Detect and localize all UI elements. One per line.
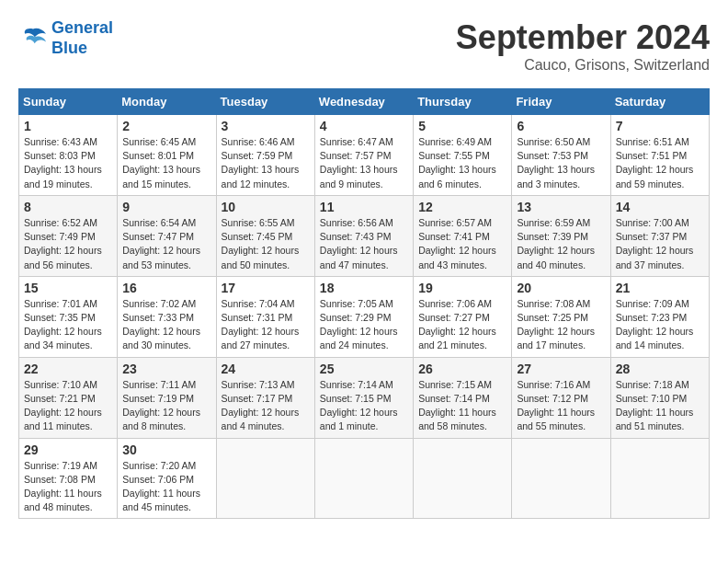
day-detail: Sunrise: 6:47 AM Sunset: 7:57 PM Dayligh…: [320, 135, 408, 191]
week-row-2: 8Sunrise: 6:52 AM Sunset: 7:49 PM Daylig…: [19, 195, 710, 276]
day-number: 3: [222, 119, 310, 133]
calendar-cell: 24Sunrise: 7:13 AM Sunset: 7:17 PM Dayli…: [216, 357, 314, 438]
calendar-cell: 27Sunrise: 7:16 AM Sunset: 7:12 PM Dayli…: [512, 357, 610, 438]
calendar-cell: 3Sunrise: 6:46 AM Sunset: 7:59 PM Daylig…: [216, 115, 314, 196]
calendar-cell: 25Sunrise: 7:14 AM Sunset: 7:15 PM Dayli…: [314, 357, 413, 438]
day-detail: Sunrise: 7:19 AM Sunset: 7:08 PM Dayligh…: [24, 459, 112, 515]
day-number: 7: [616, 119, 704, 133]
week-row-1: 1Sunrise: 6:43 AM Sunset: 8:03 PM Daylig…: [19, 115, 710, 196]
logo-icon: [18, 26, 48, 52]
day-number: 28: [616, 362, 704, 376]
day-number: 13: [517, 200, 605, 214]
day-number: 14: [616, 200, 704, 214]
day-detail: Sunrise: 7:01 AM Sunset: 7:35 PM Dayligh…: [24, 297, 112, 353]
day-number: 6: [517, 119, 605, 133]
weekday-header-sunday: Sunday: [19, 89, 118, 115]
day-detail: Sunrise: 7:05 AM Sunset: 7:29 PM Dayligh…: [320, 297, 408, 353]
calendar-cell: 17Sunrise: 7:04 AM Sunset: 7:31 PM Dayli…: [216, 276, 314, 357]
calendar-cell: 13Sunrise: 6:59 AM Sunset: 7:39 PM Dayli…: [512, 195, 610, 276]
logo: General Blue: [18, 18, 113, 58]
calendar-cell: 10Sunrise: 6:55 AM Sunset: 7:45 PM Dayli…: [216, 195, 314, 276]
calendar-cell: 23Sunrise: 7:11 AM Sunset: 7:19 PM Dayli…: [118, 357, 216, 438]
week-row-4: 22Sunrise: 7:10 AM Sunset: 7:21 PM Dayli…: [19, 357, 710, 438]
day-detail: Sunrise: 7:10 AM Sunset: 7:21 PM Dayligh…: [24, 378, 112, 434]
calendar-cell: 7Sunrise: 6:51 AM Sunset: 7:51 PM Daylig…: [610, 115, 709, 196]
day-detail: Sunrise: 7:02 AM Sunset: 7:33 PM Dayligh…: [122, 297, 210, 353]
location-title: Cauco, Grisons, Switzerland: [456, 57, 710, 74]
day-detail: Sunrise: 7:09 AM Sunset: 7:23 PM Dayligh…: [616, 297, 704, 353]
weekday-header-wednesday: Wednesday: [314, 89, 413, 115]
day-number: 21: [616, 281, 704, 295]
day-number: 22: [24, 362, 112, 376]
page-header: General Blue September 2024 Cauco, Griso…: [18, 18, 710, 74]
day-detail: Sunrise: 6:49 AM Sunset: 7:55 PM Dayligh…: [418, 135, 506, 191]
day-detail: Sunrise: 7:00 AM Sunset: 7:37 PM Dayligh…: [616, 216, 704, 272]
day-number: 12: [418, 200, 506, 214]
day-detail: Sunrise: 6:55 AM Sunset: 7:45 PM Dayligh…: [222, 216, 310, 272]
weekday-header-tuesday: Tuesday: [216, 89, 314, 115]
day-number: 20: [517, 281, 605, 295]
weekday-header-friday: Friday: [512, 89, 610, 115]
weekday-header-saturday: Saturday: [610, 89, 709, 115]
day-number: 9: [122, 200, 210, 214]
day-detail: Sunrise: 6:50 AM Sunset: 7:53 PM Dayligh…: [517, 135, 605, 191]
day-number: 24: [222, 362, 310, 376]
day-number: 27: [517, 362, 605, 376]
calendar-cell: 20Sunrise: 7:08 AM Sunset: 7:25 PM Dayli…: [512, 276, 610, 357]
logo-text: General Blue: [51, 18, 113, 58]
day-number: 2: [122, 119, 210, 133]
day-detail: Sunrise: 6:57 AM Sunset: 7:41 PM Dayligh…: [418, 216, 506, 272]
week-row-3: 15Sunrise: 7:01 AM Sunset: 7:35 PM Dayli…: [19, 276, 710, 357]
day-detail: Sunrise: 6:45 AM Sunset: 8:01 PM Dayligh…: [122, 135, 210, 191]
day-number: 19: [418, 281, 506, 295]
day-detail: Sunrise: 6:54 AM Sunset: 7:47 PM Dayligh…: [122, 216, 210, 272]
weekday-header-monday: Monday: [118, 89, 216, 115]
title-block: September 2024 Cauco, Grisons, Switzerla…: [456, 18, 710, 74]
day-detail: Sunrise: 6:56 AM Sunset: 7:43 PM Dayligh…: [320, 216, 408, 272]
calendar-cell: [314, 438, 413, 519]
day-number: 23: [122, 362, 210, 376]
calendar-cell: 2Sunrise: 6:45 AM Sunset: 8:01 PM Daylig…: [118, 115, 216, 196]
day-detail: Sunrise: 7:06 AM Sunset: 7:27 PM Dayligh…: [418, 297, 506, 353]
day-detail: Sunrise: 7:13 AM Sunset: 7:17 PM Dayligh…: [222, 378, 310, 434]
day-number: 5: [418, 119, 506, 133]
weekday-header-thursday: Thursday: [414, 89, 512, 115]
day-detail: Sunrise: 7:15 AM Sunset: 7:14 PM Dayligh…: [418, 378, 506, 434]
day-number: 11: [320, 200, 408, 214]
calendar-cell: 11Sunrise: 6:56 AM Sunset: 7:43 PM Dayli…: [314, 195, 413, 276]
day-detail: Sunrise: 6:51 AM Sunset: 7:51 PM Dayligh…: [616, 135, 704, 191]
day-detail: Sunrise: 7:08 AM Sunset: 7:25 PM Dayligh…: [517, 297, 605, 353]
day-number: 17: [222, 281, 310, 295]
calendar-cell: [414, 438, 512, 519]
calendar-cell: 1Sunrise: 6:43 AM Sunset: 8:03 PM Daylig…: [19, 115, 118, 196]
calendar-cell: [610, 438, 709, 519]
calendar-cell: 19Sunrise: 7:06 AM Sunset: 7:27 PM Dayli…: [414, 276, 512, 357]
day-number: 15: [24, 281, 112, 295]
day-detail: Sunrise: 7:16 AM Sunset: 7:12 PM Dayligh…: [517, 378, 605, 434]
calendar-cell: 16Sunrise: 7:02 AM Sunset: 7:33 PM Dayli…: [118, 276, 216, 357]
calendar-cell: 8Sunrise: 6:52 AM Sunset: 7:49 PM Daylig…: [19, 195, 118, 276]
day-number: 26: [418, 362, 506, 376]
day-number: 30: [122, 442, 210, 457]
calendar-cell: 14Sunrise: 7:00 AM Sunset: 7:37 PM Dayli…: [610, 195, 709, 276]
day-number: 29: [24, 442, 112, 457]
calendar-cell: 6Sunrise: 6:50 AM Sunset: 7:53 PM Daylig…: [512, 115, 610, 196]
calendar-cell: 30Sunrise: 7:20 AM Sunset: 7:06 PM Dayli…: [118, 438, 216, 519]
calendar-cell: 9Sunrise: 6:54 AM Sunset: 7:47 PM Daylig…: [118, 195, 216, 276]
calendar-cell: 22Sunrise: 7:10 AM Sunset: 7:21 PM Dayli…: [19, 357, 118, 438]
day-detail: Sunrise: 6:43 AM Sunset: 8:03 PM Dayligh…: [24, 135, 112, 191]
day-number: 18: [320, 281, 408, 295]
week-row-5: 29Sunrise: 7:19 AM Sunset: 7:08 PM Dayli…: [19, 438, 710, 519]
day-detail: Sunrise: 6:52 AM Sunset: 7:49 PM Dayligh…: [24, 216, 112, 272]
calendar-cell: 15Sunrise: 7:01 AM Sunset: 7:35 PM Dayli…: [19, 276, 118, 357]
calendar-cell: 29Sunrise: 7:19 AM Sunset: 7:08 PM Dayli…: [19, 438, 118, 519]
day-detail: Sunrise: 7:14 AM Sunset: 7:15 PM Dayligh…: [320, 378, 408, 434]
day-detail: Sunrise: 6:59 AM Sunset: 7:39 PM Dayligh…: [517, 216, 605, 272]
day-detail: Sunrise: 6:46 AM Sunset: 7:59 PM Dayligh…: [222, 135, 310, 191]
month-title: September 2024: [456, 18, 710, 57]
calendar-cell: [216, 438, 314, 519]
calendar-cell: 5Sunrise: 6:49 AM Sunset: 7:55 PM Daylig…: [414, 115, 512, 196]
day-detail: Sunrise: 7:20 AM Sunset: 7:06 PM Dayligh…: [122, 459, 210, 515]
calendar-cell: [512, 438, 610, 519]
day-detail: Sunrise: 7:11 AM Sunset: 7:19 PM Dayligh…: [122, 378, 210, 434]
